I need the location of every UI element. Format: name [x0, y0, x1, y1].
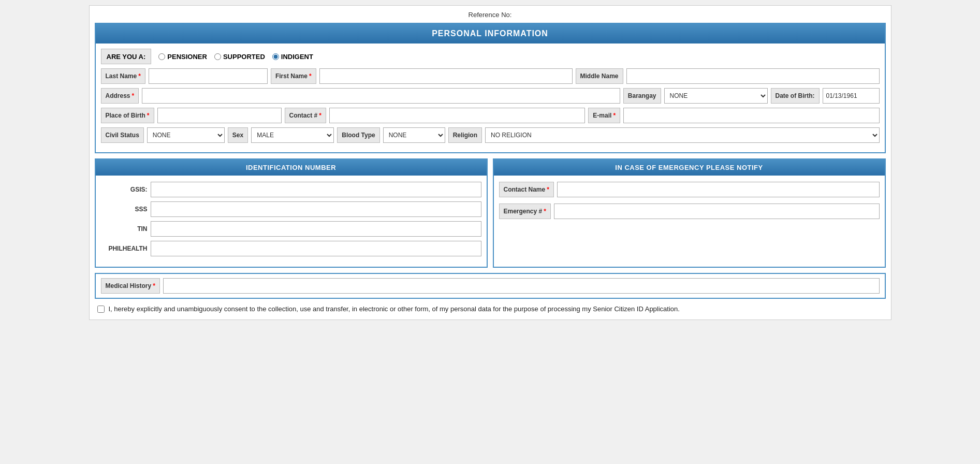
- emergency-number-label: Emergency #*: [499, 204, 551, 219]
- are-you-label: ARE YOU A:: [101, 49, 152, 64]
- address-input[interactable]: [142, 88, 620, 104]
- contact-name-input[interactable]: [557, 182, 880, 197]
- first-name-input[interactable]: [319, 68, 573, 84]
- sex-select[interactable]: MALE FEMALE: [251, 127, 334, 143]
- place-of-birth-label: Place of Birth*: [101, 108, 154, 123]
- id-number-header: IDENTIFICATION NUMBER: [96, 160, 487, 176]
- last-name-label: Last Name*: [101, 68, 145, 84]
- address-label: Address*: [101, 88, 139, 104]
- sss-input[interactable]: [151, 201, 481, 217]
- sex-label: Sex: [228, 127, 248, 143]
- email-label: E-mail*: [588, 108, 620, 123]
- sss-label: SSS: [101, 206, 148, 213]
- place-of-birth-input[interactable]: [157, 108, 282, 123]
- civil-status-label: Civil Status: [101, 127, 144, 143]
- medical-history-input[interactable]: [163, 278, 880, 294]
- reference-no-label: Reference No:: [469, 11, 512, 19]
- supported-label: SUPPORTED: [223, 53, 265, 61]
- religion-label: Religion: [448, 127, 482, 143]
- contact-name-label: Contact Name*: [499, 182, 554, 197]
- radio-supported[interactable]: SUPPORTED: [214, 53, 265, 61]
- civil-status-select[interactable]: NONE SINGLE MARRIED WIDOWED SEPARATED: [147, 127, 225, 143]
- emergency-header: IN CASE OF EMERGENCY PLEASE NOTIFY: [494, 160, 885, 176]
- are-you-radio-group: PENSIONER SUPPORTED INDIGENT: [158, 53, 313, 61]
- radio-indigent[interactable]: INDIGENT: [272, 53, 313, 61]
- tin-input[interactable]: [151, 221, 481, 237]
- emergency-panel: IN CASE OF EMERGENCY PLEASE NOTIFY Conta…: [493, 158, 886, 268]
- gsis-input[interactable]: [151, 182, 481, 197]
- blood-type-select[interactable]: NONE A+ A- B+ B- AB+ AB- O+ O-: [383, 127, 445, 143]
- email-input[interactable]: [623, 108, 879, 123]
- religion-select[interactable]: NO RELIGION CATHOLIC PROTESTANT ISLAM OT…: [485, 127, 879, 143]
- philhealth-label: PHILHEALTH: [101, 245, 148, 252]
- middle-name-label: Middle Name: [576, 68, 623, 84]
- radio-pensioner[interactable]: PENSIONER: [158, 53, 207, 61]
- emergency-number-input[interactable]: [554, 204, 880, 219]
- tin-label: TIN: [101, 225, 148, 233]
- blood-type-label: Blood Type: [337, 127, 379, 143]
- medical-history-label: Medical History*: [101, 278, 160, 294]
- id-number-panel: IDENTIFICATION NUMBER GSIS: SSS TIN PHIL…: [95, 158, 488, 268]
- contact-label: Contact #*: [285, 108, 326, 123]
- contact-input[interactable]: [329, 108, 585, 123]
- consent-text: I, hereby explicitly and unambiguously c…: [109, 304, 680, 314]
- consent-section: I, hereby explicitly and unambiguously c…: [95, 304, 886, 314]
- gsis-label: GSIS:: [101, 186, 148, 193]
- dob-label: Date of Birth:: [771, 88, 820, 104]
- contact-name-row: Contact Name*: [499, 182, 880, 197]
- emergency-number-row: Emergency #*: [499, 204, 880, 219]
- gsis-row: GSIS:: [101, 182, 481, 197]
- middle-name-input[interactable]: [626, 68, 880, 84]
- philhealth-row: PHILHEALTH: [101, 241, 481, 256]
- sss-row: SSS: [101, 201, 481, 217]
- first-name-label: First Name*: [271, 68, 316, 84]
- tin-row: TIN: [101, 221, 481, 237]
- indigent-label: INDIGENT: [281, 53, 313, 61]
- barangay-select[interactable]: NONE: [664, 88, 768, 104]
- consent-checkbox[interactable]: [97, 306, 105, 313]
- last-name-input[interactable]: [149, 68, 268, 84]
- dob-input[interactable]: [823, 88, 880, 104]
- barangay-label: Barangay: [623, 88, 661, 104]
- pensioner-label: PENSIONER: [167, 53, 207, 61]
- personal-info-header: PERSONAL INFORMATION: [96, 24, 885, 44]
- philhealth-input[interactable]: [151, 241, 481, 256]
